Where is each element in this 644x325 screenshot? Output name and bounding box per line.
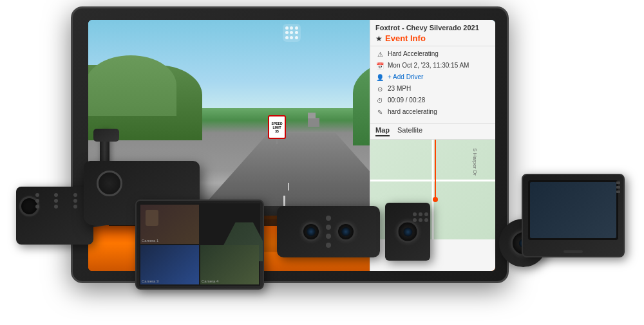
- info-details: ⚠ Hard Accelerating 📅 Mon Oct 2, '23, 11…: [370, 46, 495, 120]
- led: [424, 212, 428, 216]
- road-marking-2: [288, 183, 289, 190]
- info-row-driver: 👤 + Add Driver: [375, 73, 490, 82]
- led: [419, 218, 422, 222]
- led-ir-1: [326, 216, 331, 221]
- monitor-button: [564, 250, 583, 253]
- cam-thumb-road2: Camera 4: [200, 245, 259, 284]
- speedometer-icon: ⊙: [375, 84, 384, 93]
- dot: [285, 36, 289, 39]
- dot: [290, 36, 293, 39]
- camera-multi-unit: [277, 206, 380, 257]
- led-array: [326, 216, 331, 248]
- monitor-right: [522, 174, 625, 257]
- time-text: 00:09 / 00:28: [388, 96, 425, 104]
- led: [73, 193, 77, 197]
- sign-number: 35: [275, 129, 279, 133]
- clock-icon: ⏱: [375, 96, 384, 105]
- led: [54, 199, 58, 203]
- dot: [295, 36, 298, 39]
- warning-icon: ⚠: [375, 50, 384, 59]
- cam-thumb-driver: Camera 1: [140, 205, 199, 244]
- add-driver-link[interactable]: + Add Driver: [388, 73, 423, 81]
- event-info-bar: ★ Event Info: [375, 33, 490, 43]
- monitor-screen: [528, 180, 618, 240]
- led: [54, 205, 58, 209]
- truck-vehicle: [308, 118, 319, 127]
- led: [73, 205, 77, 209]
- camera-side: [385, 203, 430, 261]
- mount-base: [93, 129, 119, 142]
- tab-satellite[interactable]: Satellite: [397, 126, 422, 136]
- side-lens: [397, 221, 419, 243]
- led: [413, 218, 417, 222]
- event-info-label: Event Info: [385, 33, 426, 43]
- led: [419, 212, 422, 216]
- cam-label-1: Camera 1: [142, 239, 158, 243]
- calendar-icon: 📅: [375, 61, 384, 70]
- star-icon[interactable]: ★: [375, 34, 383, 43]
- port: [616, 190, 620, 193]
- map-location-marker: [433, 197, 438, 202]
- tab-map[interactable]: Map: [375, 126, 390, 136]
- main-scene: SPEED LIMIT 35: [0, 0, 644, 325]
- led: [73, 199, 77, 203]
- map-road-label: S Harper Dr: [472, 148, 478, 176]
- info-row-time: ⏱ 00:09 / 00:28: [375, 96, 490, 105]
- panel-header: Foxtrot - Chevy Silverado 2021 ★ Event I…: [370, 20, 495, 46]
- dot: [285, 26, 289, 30]
- led-grid-left: [35, 193, 90, 209]
- event-text: Hard Accelerating: [388, 50, 439, 58]
- multi-lens-1: [301, 222, 321, 241]
- tablet-screen: Camera 1 Camera 2 Camera 3 Camera 4: [139, 203, 260, 286]
- info-row-speed: ⊙ 23 MPH: [375, 84, 490, 93]
- dot: [295, 26, 298, 30]
- port: [616, 181, 620, 184]
- map-route-line: [435, 140, 436, 200]
- led: [35, 193, 39, 197]
- led: [424, 218, 428, 222]
- edit-icon: ✎: [375, 107, 384, 116]
- cam-label-4: Camera 4: [202, 279, 218, 283]
- dot: [290, 31, 293, 34]
- info-row-event: ⚠ Hard Accelerating: [375, 50, 490, 59]
- cam-thumb-blue: Camera 3: [140, 245, 199, 284]
- led: [413, 212, 417, 216]
- led-ir-3: [326, 234, 331, 239]
- notes-text: hard accelerating: [388, 107, 437, 116]
- speed-text: 23 MPH: [388, 84, 411, 93]
- app-grid-icon[interactable]: [283, 24, 301, 42]
- led-grid-side: [413, 212, 428, 222]
- vehicle-title: Foxtrot - Chevy Silverado 2021: [375, 24, 490, 32]
- info-row-notes: ✎ hard accelerating: [375, 107, 490, 116]
- led-ir-2: [326, 225, 331, 230]
- map-road-horizontal: [370, 180, 495, 181]
- camera-left-rear: [16, 187, 93, 245]
- led-ir-4: [326, 243, 331, 248]
- dot: [285, 31, 289, 34]
- led: [35, 199, 39, 203]
- sign-board: SPEED LIMIT 35: [268, 115, 286, 139]
- led: [54, 193, 58, 197]
- led: [35, 205, 39, 209]
- dot: [290, 26, 293, 30]
- date-text: Mon Oct 2, '23, 11:30:15 AM: [388, 61, 469, 70]
- cable-ports: [616, 181, 620, 193]
- cam-label-3: Camera 3: [142, 279, 158, 283]
- tablet-multicam-display: Camera 1 Camera 2 Camera 3 Camera 4: [135, 200, 264, 290]
- info-row-date: 📅 Mon Oct 2, '23, 11:30:15 AM: [375, 61, 490, 70]
- port: [616, 186, 620, 189]
- user-icon: 👤: [375, 73, 384, 82]
- main-lens: [97, 171, 122, 196]
- monitor-content: [530, 182, 616, 238]
- map-tabs: Map Satellite: [370, 124, 495, 140]
- map-road-vertical: [432, 140, 434, 239]
- dot: [295, 31, 298, 34]
- sign-post: [276, 139, 278, 144]
- multi-lens-2: [336, 222, 355, 241]
- speed-limit-sign: SPEED LIMIT 35: [267, 115, 287, 144]
